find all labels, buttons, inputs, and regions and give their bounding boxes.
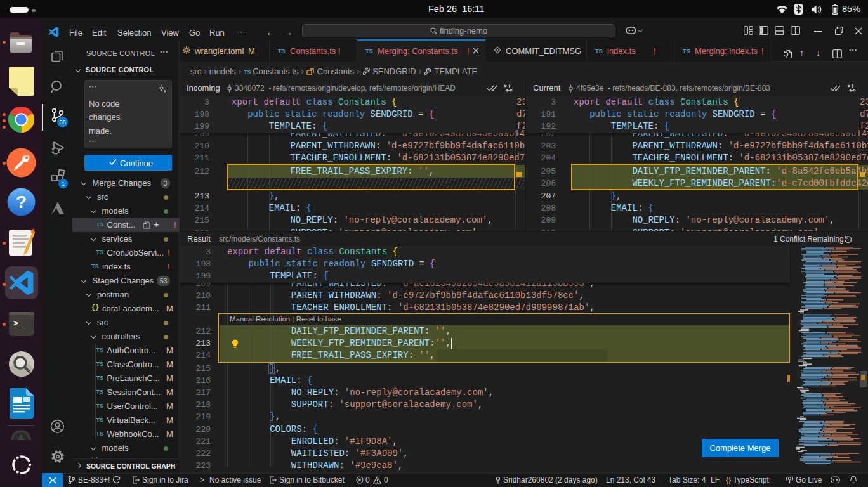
svg-text:?: ? bbox=[16, 192, 27, 212]
svg-text:>_: >_ bbox=[13, 319, 23, 328]
